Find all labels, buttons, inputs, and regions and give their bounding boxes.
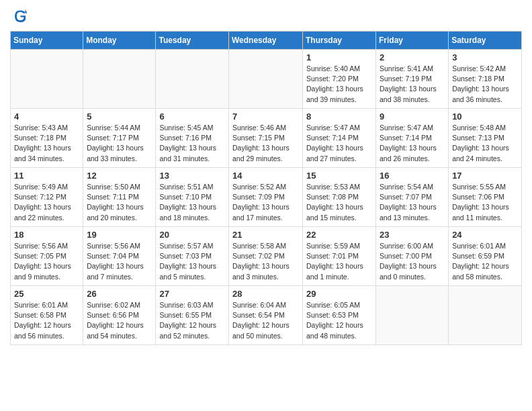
- day-detail: Sunrise: 5:50 AMSunset: 7:11 PMDaylight:…: [87, 182, 152, 223]
- logo-icon: [10, 7, 29, 26]
- day-number: 25: [14, 289, 79, 299]
- day-detail: Sunrise: 5:40 AMSunset: 7:20 PMDaylight:…: [306, 64, 372, 105]
- day-detail: Sunrise: 5:57 AMSunset: 7:03 PMDaylight:…: [159, 241, 225, 282]
- calendar-cell: 14Sunrise: 5:52 AMSunset: 7:09 PMDayligh…: [229, 168, 303, 227]
- day-number: 24: [452, 230, 518, 240]
- calendar-cell: 2Sunrise: 5:41 AMSunset: 7:19 PMDaylight…: [376, 50, 449, 109]
- day-header-saturday: Saturday: [449, 32, 522, 50]
- day-detail: Sunrise: 5:59 AMSunset: 7:01 PMDaylight:…: [306, 241, 372, 282]
- day-number: 10: [452, 111, 518, 122]
- day-number: 28: [232, 289, 299, 299]
- day-detail: Sunrise: 5:47 AMSunset: 7:14 PMDaylight:…: [380, 123, 445, 164]
- day-detail: Sunrise: 6:03 AMSunset: 6:55 PMDaylight:…: [159, 300, 225, 341]
- day-detail: Sunrise: 5:47 AMSunset: 7:14 PMDaylight:…: [306, 123, 372, 164]
- week-row-4: 18Sunrise: 5:56 AMSunset: 7:05 PMDayligh…: [11, 227, 522, 286]
- day-number: 1: [306, 52, 372, 62]
- day-detail: Sunrise: 5:48 AMSunset: 7:13 PMDaylight:…: [452, 123, 518, 164]
- day-number: 22: [306, 230, 372, 240]
- calendar-cell: 11Sunrise: 5:49 AMSunset: 7:12 PMDayligh…: [11, 168, 83, 227]
- calendar-cell: 25Sunrise: 6:01 AMSunset: 6:58 PMDayligh…: [11, 286, 83, 345]
- day-number: 6: [159, 111, 225, 122]
- calendar-cell: 23Sunrise: 6:00 AMSunset: 7:00 PMDayligh…: [376, 227, 449, 286]
- day-number: 27: [159, 289, 225, 299]
- day-number: 18: [14, 230, 79, 240]
- day-detail: Sunrise: 5:45 AMSunset: 7:16 PMDaylight:…: [159, 123, 225, 164]
- calendar-cell: 29Sunrise: 6:05 AMSunset: 6:53 PMDayligh…: [303, 286, 376, 345]
- day-number: 14: [232, 171, 299, 181]
- day-detail: Sunrise: 5:55 AMSunset: 7:06 PMDaylight:…: [452, 182, 518, 223]
- day-number: 12: [87, 171, 152, 181]
- day-detail: Sunrise: 5:41 AMSunset: 7:19 PMDaylight:…: [380, 64, 445, 105]
- day-number: 13: [159, 171, 225, 181]
- calendar-cell: 6Sunrise: 5:45 AMSunset: 7:16 PMDaylight…: [156, 109, 229, 168]
- calendar-cell: 3Sunrise: 5:42 AMSunset: 7:18 PMDaylight…: [449, 50, 522, 109]
- day-header-thursday: Thursday: [303, 32, 376, 50]
- day-detail: Sunrise: 5:46 AMSunset: 7:15 PMDaylight:…: [232, 123, 299, 164]
- day-detail: Sunrise: 5:56 AMSunset: 7:04 PMDaylight:…: [87, 241, 152, 282]
- logo: [10, 7, 32, 26]
- calendar-cell: 28Sunrise: 6:04 AMSunset: 6:54 PMDayligh…: [229, 286, 303, 345]
- day-number: 26: [87, 289, 152, 299]
- day-header-monday: Monday: [83, 32, 156, 50]
- day-number: 11: [14, 171, 79, 181]
- calendar-cell: 4Sunrise: 5:43 AMSunset: 7:18 PMDaylight…: [11, 109, 83, 168]
- day-number: 4: [14, 111, 79, 122]
- calendar-cell: 10Sunrise: 5:48 AMSunset: 7:13 PMDayligh…: [449, 109, 522, 168]
- day-detail: Sunrise: 6:01 AMSunset: 6:58 PMDaylight:…: [14, 300, 79, 341]
- calendar-cell: 26Sunrise: 6:02 AMSunset: 6:56 PMDayligh…: [83, 286, 156, 345]
- day-number: 8: [306, 111, 372, 122]
- calendar-cell: [376, 286, 449, 345]
- day-detail: Sunrise: 5:58 AMSunset: 7:02 PMDaylight:…: [232, 241, 299, 282]
- day-detail: Sunrise: 5:52 AMSunset: 7:09 PMDaylight:…: [232, 182, 299, 223]
- calendar-cell: 12Sunrise: 5:50 AMSunset: 7:11 PMDayligh…: [83, 168, 156, 227]
- page-header: [10, 7, 522, 26]
- calendar-cell: 18Sunrise: 5:56 AMSunset: 7:05 PMDayligh…: [11, 227, 83, 286]
- day-detail: Sunrise: 5:43 AMSunset: 7:18 PMDaylight:…: [14, 123, 79, 164]
- day-detail: Sunrise: 5:49 AMSunset: 7:12 PMDaylight:…: [14, 182, 79, 223]
- calendar-cell: [11, 50, 83, 109]
- day-number: 16: [380, 171, 445, 181]
- calendar-cell: 19Sunrise: 5:56 AMSunset: 7:04 PMDayligh…: [83, 227, 156, 286]
- day-detail: Sunrise: 5:56 AMSunset: 7:05 PMDaylight:…: [14, 241, 79, 282]
- day-number: 2: [380, 52, 445, 62]
- day-detail: Sunrise: 5:44 AMSunset: 7:17 PMDaylight:…: [87, 123, 152, 164]
- calendar-cell: [83, 50, 156, 109]
- week-row-2: 4Sunrise: 5:43 AMSunset: 7:18 PMDaylight…: [11, 109, 522, 168]
- day-detail: Sunrise: 5:51 AMSunset: 7:10 PMDaylight:…: [159, 182, 225, 223]
- day-detail: Sunrise: 6:05 AMSunset: 6:53 PMDaylight:…: [306, 300, 372, 341]
- day-header-wednesday: Wednesday: [229, 32, 303, 50]
- day-number: 15: [306, 171, 372, 181]
- day-detail: Sunrise: 6:01 AMSunset: 6:59 PMDaylight:…: [452, 241, 518, 282]
- day-header-tuesday: Tuesday: [156, 32, 229, 50]
- day-number: 17: [452, 171, 518, 181]
- calendar-cell: 7Sunrise: 5:46 AMSunset: 7:15 PMDaylight…: [229, 109, 303, 168]
- day-header-sunday: Sunday: [11, 32, 83, 50]
- day-number: 5: [87, 111, 152, 122]
- calendar-cell: [449, 286, 522, 345]
- calendar-cell: 8Sunrise: 5:47 AMSunset: 7:14 PMDaylight…: [303, 109, 376, 168]
- day-number: 7: [232, 111, 299, 122]
- calendar-cell: 20Sunrise: 5:57 AMSunset: 7:03 PMDayligh…: [156, 227, 229, 286]
- calendar-table: SundayMondayTuesdayWednesdayThursdayFrid…: [10, 31, 522, 345]
- week-row-1: 1Sunrise: 5:40 AMSunset: 7:20 PMDaylight…: [11, 50, 522, 109]
- calendar-cell: 21Sunrise: 5:58 AMSunset: 7:02 PMDayligh…: [229, 227, 303, 286]
- calendar-cell: 24Sunrise: 6:01 AMSunset: 6:59 PMDayligh…: [449, 227, 522, 286]
- calendar-cell: 17Sunrise: 5:55 AMSunset: 7:06 PMDayligh…: [449, 168, 522, 227]
- calendar-cell: 1Sunrise: 5:40 AMSunset: 7:20 PMDaylight…: [303, 50, 376, 109]
- calendar-cell: 16Sunrise: 5:54 AMSunset: 7:07 PMDayligh…: [376, 168, 449, 227]
- calendar-cell: 27Sunrise: 6:03 AMSunset: 6:55 PMDayligh…: [156, 286, 229, 345]
- day-number: 21: [232, 230, 299, 240]
- day-detail: Sunrise: 5:42 AMSunset: 7:18 PMDaylight:…: [452, 64, 518, 105]
- day-detail: Sunrise: 6:00 AMSunset: 7:00 PMDaylight:…: [380, 241, 445, 282]
- day-number: 19: [87, 230, 152, 240]
- calendar-cell: 9Sunrise: 5:47 AMSunset: 7:14 PMDaylight…: [376, 109, 449, 168]
- day-detail: Sunrise: 6:04 AMSunset: 6:54 PMDaylight:…: [232, 300, 299, 341]
- day-number: 20: [159, 230, 225, 240]
- calendar-cell: 5Sunrise: 5:44 AMSunset: 7:17 PMDaylight…: [83, 109, 156, 168]
- calendar-cell: 13Sunrise: 5:51 AMSunset: 7:10 PMDayligh…: [156, 168, 229, 227]
- day-number: 9: [380, 111, 445, 122]
- calendar-cell: [229, 50, 303, 109]
- calendar-cell: 22Sunrise: 5:59 AMSunset: 7:01 PMDayligh…: [303, 227, 376, 286]
- day-number: 23: [380, 230, 445, 240]
- day-detail: Sunrise: 5:54 AMSunset: 7:07 PMDaylight:…: [380, 182, 445, 223]
